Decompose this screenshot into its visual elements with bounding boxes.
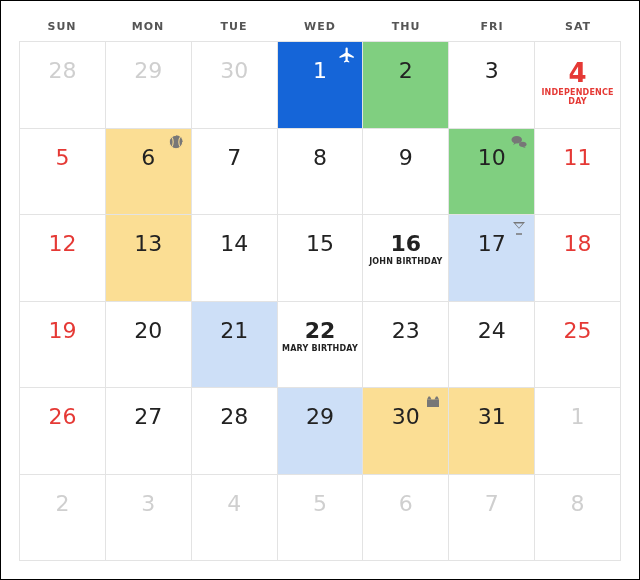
day-cell-14[interactable]: 14 — [191, 215, 277, 301]
day-number: 12 — [48, 233, 76, 255]
day-number: 1 — [571, 406, 585, 428]
day-cell-7[interactable]: 7 — [448, 475, 534, 561]
day-cell-6[interactable]: 6 — [105, 129, 191, 215]
day-number: 31 — [478, 406, 506, 428]
day-header: TUE — [191, 11, 277, 41]
day-number: 11 — [564, 147, 592, 169]
day-number: 2 — [399, 60, 413, 82]
day-cell-30[interactable]: 30 — [362, 388, 448, 474]
day-number: 18 — [564, 233, 592, 255]
calendar: SUNMONTUEWEDTHUFRISAT 2829301234INDEPEND… — [0, 0, 640, 580]
day-cell-31[interactable]: 31 — [448, 388, 534, 474]
ball-icon — [167, 133, 185, 151]
day-cell-15[interactable]: 15 — [277, 215, 363, 301]
day-number: 4 — [227, 493, 241, 515]
day-number: 2 — [55, 493, 69, 515]
day-cell-25[interactable]: 25 — [534, 302, 621, 388]
day-number: 24 — [478, 320, 506, 342]
day-header: MON — [105, 11, 191, 41]
week-row: 2627282930311 — [19, 387, 621, 474]
day-number: 3 — [485, 60, 499, 82]
airplane-icon — [338, 46, 356, 64]
day-number: 3 — [141, 493, 155, 515]
day-number: 5 — [313, 493, 327, 515]
day-header: WED — [277, 11, 363, 41]
day-cell-2[interactable]: 2 — [19, 475, 105, 561]
day-cell-19[interactable]: 19 — [19, 302, 105, 388]
day-cell-28[interactable]: 28 — [191, 388, 277, 474]
day-cell-17[interactable]: 17 — [448, 215, 534, 301]
day-number: 8 — [313, 147, 327, 169]
day-cell-11[interactable]: 11 — [534, 129, 621, 215]
day-cell-30[interactable]: 30 — [191, 42, 277, 128]
day-header: SUN — [19, 11, 105, 41]
day-number: 30 — [392, 406, 420, 428]
day-cell-10[interactable]: 10 — [448, 129, 534, 215]
day-cell-24[interactable]: 24 — [448, 302, 534, 388]
day-number: 8 — [571, 493, 585, 515]
day-cell-8[interactable]: 8 — [277, 129, 363, 215]
day-number: 28 — [220, 406, 248, 428]
day-number: 17 — [478, 233, 506, 255]
day-cell-21[interactable]: 21 — [191, 302, 277, 388]
day-cell-23[interactable]: 23 — [362, 302, 448, 388]
day-cell-29[interactable]: 29 — [105, 42, 191, 128]
day-cell-16[interactable]: 16JOHN BIRTHDAY — [362, 215, 448, 301]
day-cell-26[interactable]: 26 — [19, 388, 105, 474]
day-header: THU — [363, 11, 449, 41]
day-number: 25 — [564, 320, 592, 342]
calendar-grid: 2829301234INDEPENDENCE DAY56789101112131… — [19, 41, 621, 561]
day-number: 20 — [134, 320, 162, 342]
day-header: SAT — [535, 11, 621, 41]
day-number: 29 — [306, 406, 334, 428]
day-cell-22[interactable]: 22MARY BIRTHDAY — [277, 302, 363, 388]
day-cell-3[interactable]: 3 — [448, 42, 534, 128]
week-row: 19202122MARY BIRTHDAY232425 — [19, 301, 621, 388]
day-number: 9 — [399, 147, 413, 169]
day-cell-3[interactable]: 3 — [105, 475, 191, 561]
box-icon — [424, 392, 442, 410]
day-subtext: JOHN BIRTHDAY — [366, 258, 445, 267]
day-cell-12[interactable]: 12 — [19, 215, 105, 301]
day-cell-9[interactable]: 9 — [362, 129, 448, 215]
day-cell-1[interactable]: 1 — [534, 388, 621, 474]
day-cell-29[interactable]: 29 — [277, 388, 363, 474]
day-cell-13[interactable]: 13 — [105, 215, 191, 301]
day-number: 21 — [220, 320, 248, 342]
day-number: 30 — [220, 60, 248, 82]
day-cell-7[interactable]: 7 — [191, 129, 277, 215]
day-cell-27[interactable]: 27 — [105, 388, 191, 474]
day-number: 23 — [392, 320, 420, 342]
day-cell-5[interactable]: 5 — [277, 475, 363, 561]
day-number: 10 — [478, 147, 506, 169]
week-row: 567891011 — [19, 128, 621, 215]
day-number: 26 — [48, 406, 76, 428]
day-cell-1[interactable]: 1 — [277, 42, 363, 128]
week-row: 2345678 — [19, 474, 621, 562]
day-cell-8[interactable]: 8 — [534, 475, 621, 561]
day-number: 1 — [313, 60, 327, 82]
day-cell-5[interactable]: 5 — [19, 129, 105, 215]
day-number: 5 — [55, 147, 69, 169]
cocktail-icon — [510, 219, 528, 237]
day-header: FRI — [449, 11, 535, 41]
day-cell-20[interactable]: 20 — [105, 302, 191, 388]
day-cell-2[interactable]: 2 — [362, 42, 448, 128]
day-number: 4 — [569, 60, 587, 86]
week-row: 1213141516JOHN BIRTHDAY1718 — [19, 214, 621, 301]
day-number: 13 — [134, 233, 162, 255]
day-number: 15 — [306, 233, 334, 255]
day-number: 19 — [48, 320, 76, 342]
day-number: 28 — [48, 60, 76, 82]
day-headers-row: SUNMONTUEWEDTHUFRISAT — [19, 11, 621, 41]
day-cell-6[interactable]: 6 — [362, 475, 448, 561]
day-cell-28[interactable]: 28 — [19, 42, 105, 128]
day-cell-18[interactable]: 18 — [534, 215, 621, 301]
chat-icon — [510, 133, 528, 151]
svg-point-2 — [519, 141, 527, 146]
day-number: 7 — [227, 147, 241, 169]
day-cell-4[interactable]: 4INDEPENDENCE DAY — [534, 42, 621, 128]
day-number: 22 — [305, 320, 336, 342]
day-cell-4[interactable]: 4 — [191, 475, 277, 561]
day-number: 27 — [134, 406, 162, 428]
